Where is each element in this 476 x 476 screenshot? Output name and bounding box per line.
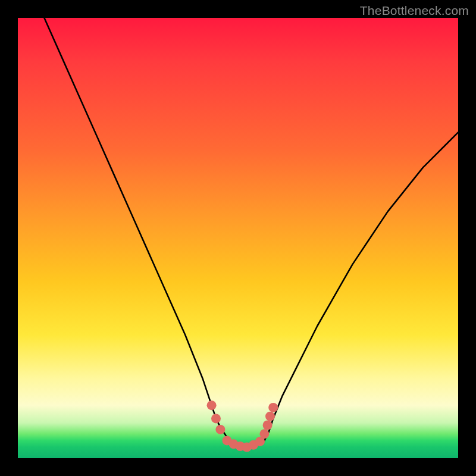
- watermark-text: TheBottleneck.com: [360, 4, 469, 18]
- marker-dot: [265, 412, 275, 421]
- marker-dot: [268, 403, 278, 412]
- bottleneck-curve: [44, 18, 458, 447]
- marker-dot: [211, 414, 221, 423]
- marker-dot: [207, 400, 217, 410]
- chart-overlay: [18, 18, 458, 458]
- marker-dot: [263, 421, 273, 430]
- chart-canvas: TheBottleneck.com: [0, 0, 476, 476]
- highlighted-markers: [207, 400, 278, 452]
- marker-dot: [259, 429, 269, 439]
- marker-dot: [215, 425, 225, 434]
